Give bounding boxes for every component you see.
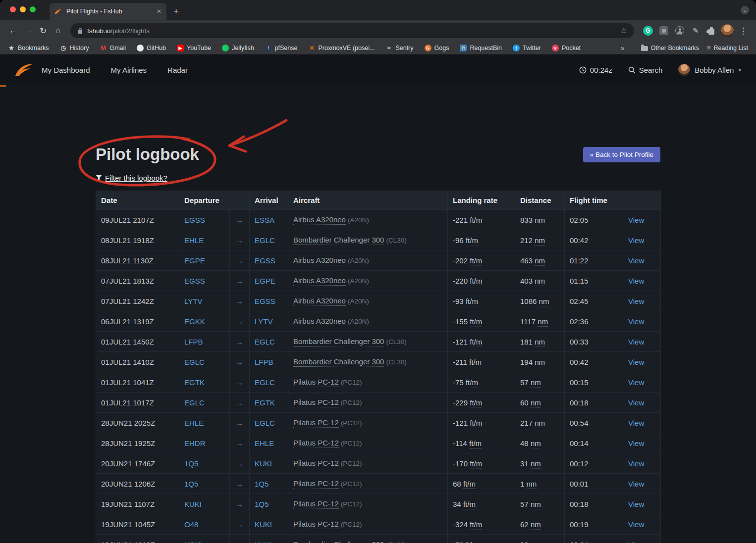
cell-distance: 57 nm (515, 494, 565, 514)
departure-link[interactable]: 1Q5 (184, 480, 198, 488)
browser-toolbar: ← → ↻ ⌂ fshub.io/pilot/2/flights ☆ G ✎ ⋮ (0, 20, 756, 42)
arrival-link[interactable]: EGSS (255, 297, 275, 305)
bookmark-item[interactable]: GitHub (137, 45, 166, 51)
other-bookmarks-button[interactable]: Other Bookmarks (641, 45, 699, 51)
forward-button[interactable]: → (21, 23, 36, 38)
arrival-link[interactable]: LFPB (255, 358, 273, 366)
view-flight-link[interactable]: View (628, 378, 644, 387)
departure-link[interactable]: EGKK (184, 317, 205, 326)
arrival-link[interactable]: EGLC (255, 378, 275, 387)
view-flight-link[interactable]: View (628, 500, 644, 508)
arrival-link[interactable]: EGTK (255, 398, 275, 407)
bookmark-item[interactable]: ▶ YouTube (177, 45, 211, 51)
arrival-link[interactable]: ESSA (255, 216, 274, 224)
departure-link[interactable]: 1Q5 (184, 459, 198, 468)
close-tab-icon[interactable]: ✕ (157, 8, 162, 15)
departure-link[interactable]: EGPE (184, 256, 205, 265)
cell-flight-time: 00:54 (565, 413, 623, 433)
bookmark-item[interactable]: ★ Bookmarks (8, 45, 49, 51)
extension-icon[interactable] (657, 24, 671, 38)
search-button[interactable]: Search (628, 66, 663, 74)
arrival-link[interactable]: EGLC (255, 236, 275, 245)
close-window-button[interactable] (10, 6, 16, 12)
arrival-link[interactable]: 1Q5 (255, 480, 269, 488)
view-flight-link[interactable]: View (628, 358, 644, 366)
reading-list-button[interactable]: ≡ Reading List (707, 44, 748, 51)
departure-link[interactable]: KCIC (184, 541, 202, 543)
view-flight-link[interactable]: View (628, 439, 644, 447)
back-to-profile-button[interactable]: « Back to Pilot Profile (583, 147, 660, 162)
bookmark-item[interactable]: f pfSense (265, 45, 298, 51)
minimize-window-button[interactable] (20, 6, 26, 12)
filter-logbook-link[interactable]: Filter this logbook? (96, 174, 167, 182)
view-flight-link[interactable]: View (628, 297, 644, 305)
arrival-link[interactable]: EHLE (255, 439, 274, 447)
bookmark-item[interactable]: R RequestBin (460, 45, 502, 51)
cell-distance: 1086 nm (515, 291, 565, 311)
tab-search-icon[interactable]: ⌄ (741, 6, 749, 14)
arrival-link[interactable]: EGLC (255, 419, 275, 427)
view-flight-link[interactable]: View (628, 317, 644, 326)
view-flight-link[interactable]: View (628, 338, 644, 346)
profile-placeholder-icon[interactable] (673, 24, 687, 38)
departure-link[interactable]: KUKI (184, 500, 202, 508)
arrival-link[interactable]: KUKI (255, 459, 272, 468)
view-flight-link[interactable]: View (628, 541, 644, 543)
bookmark-item[interactable]: G Gogs (425, 45, 449, 51)
grammarly-extension-icon[interactable]: G (641, 24, 655, 38)
departure-link[interactable]: EGTK (184, 378, 205, 387)
view-flight-link[interactable]: View (628, 480, 644, 488)
view-flight-link[interactable]: View (628, 398, 644, 407)
profile-avatar[interactable] (720, 24, 734, 38)
new-tab-button[interactable]: + (173, 6, 179, 16)
fshub-logo[interactable] (15, 63, 34, 76)
nav-item-radar[interactable]: Radar (167, 66, 188, 74)
arrival-link[interactable]: 1Q5 (255, 500, 269, 508)
view-flight-link[interactable]: View (628, 419, 644, 427)
arrival-link[interactable]: KUKI (255, 541, 272, 543)
bookmark-item[interactable]: ✕ ProxmoxVE (posei... (308, 45, 375, 51)
bookmark-item[interactable]: ◷ History (60, 45, 89, 51)
bookmark-item[interactable]: ≈ Sentry (385, 45, 413, 51)
bookmark-item[interactable]: t Twitter (513, 45, 541, 51)
arrival-link[interactable]: LYTV (255, 317, 272, 326)
view-flight-link[interactable]: View (628, 520, 644, 529)
back-button[interactable]: ← (6, 23, 21, 38)
zoom-window-button[interactable] (30, 6, 36, 12)
departure-link[interactable]: LFPB (184, 338, 203, 346)
rewind-icon: « (590, 151, 593, 158)
departure-link[interactable]: EHDR (184, 439, 206, 447)
nav-item-airlines[interactable]: My Airlines (111, 66, 147, 74)
address-bar[interactable]: fshub.io/pilot/2/flights ☆ (70, 23, 634, 38)
departure-link[interactable]: EGSS (184, 216, 205, 224)
bookmark-item[interactable]: M Gmail (100, 45, 126, 51)
bookmark-item[interactable]: Jellyfish (222, 45, 254, 51)
view-flight-link[interactable]: View (628, 236, 644, 245)
arrival-link[interactable]: EGLC (255, 338, 275, 346)
user-menu[interactable]: Bobby Allen ▾ (678, 64, 741, 76)
view-flight-link[interactable]: View (628, 459, 644, 468)
browser-menu-icon[interactable]: ⋮ (736, 24, 750, 38)
browser-tab[interactable]: Pilot Flights - FsHub ✕ (50, 3, 166, 20)
view-flight-link[interactable]: View (628, 277, 644, 285)
bookmark-item[interactable]: v Pocket (552, 45, 581, 51)
home-button[interactable]: ⌂ (51, 23, 65, 38)
bookmark-star-icon[interactable]: ☆ (621, 26, 627, 35)
view-flight-link[interactable]: View (628, 216, 644, 224)
extensions-puzzle-icon[interactable] (704, 24, 718, 38)
nav-item-dashboard[interactable]: My Dashboard (42, 66, 90, 74)
departure-link[interactable]: LYTV (184, 297, 202, 305)
departure-link[interactable]: EHLE (184, 419, 204, 427)
bookmarks-overflow-icon[interactable]: » (621, 44, 625, 52)
departure-link[interactable]: EGLC (184, 358, 205, 366)
departure-link[interactable]: EGLC (184, 398, 205, 407)
arrival-link[interactable]: EGPE (255, 277, 275, 285)
departure-link[interactable]: EHLE (184, 236, 204, 245)
departure-link[interactable]: EGSS (184, 277, 205, 285)
arrival-link[interactable]: EGSS (255, 256, 275, 265)
departure-link[interactable]: O48 (184, 520, 198, 529)
edit-extension-icon[interactable]: ✎ (689, 24, 702, 38)
arrival-link[interactable]: KUKI (255, 520, 272, 529)
view-flight-link[interactable]: View (628, 256, 644, 265)
reload-button[interactable]: ↻ (36, 23, 51, 38)
